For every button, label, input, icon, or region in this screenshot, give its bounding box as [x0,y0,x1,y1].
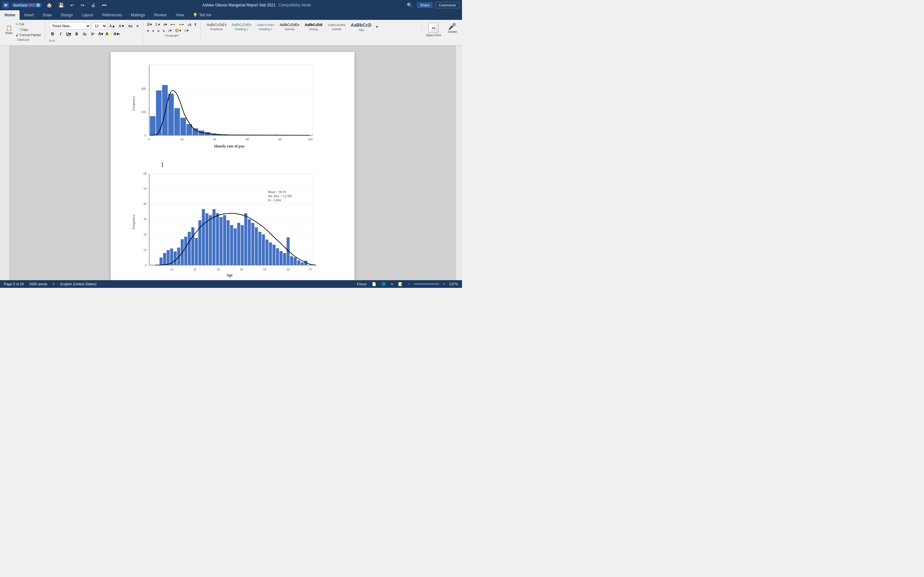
undo-btn[interactable]: ↩ [68,2,76,8]
multilevel-button[interactable]: ≡▾ [162,22,168,27]
copy-button[interactable]: 📄 Copy [15,27,42,32]
zoom-slider[interactable] [414,284,439,285]
comments-button[interactable]: Comments [435,2,459,8]
print-btn[interactable]: 🖨 [89,2,97,8]
search-btn[interactable]: 🔍 [405,2,414,8]
font-color-button[interactable]: A▾ [113,31,120,37]
tab-design[interactable]: Design [56,10,77,20]
styles-pane-button[interactable]: Aa Styles Pane [423,21,444,39]
style-subtitle[interactable]: AaBbCcDdEe Subtitle [325,22,348,32]
document-scroll[interactable]: 0 200 400 Frequency 0 20 40 60 80 100 [10,45,456,280]
autosave-toggle[interactable]: AutoSave OFF [11,3,42,7]
more-btn[interactable]: ••• [100,2,108,8]
svg-rect-56 [163,253,166,265]
style-title[interactable]: AaBbCcD Title [349,21,374,33]
superscript-button[interactable]: X² [89,31,96,37]
bullets-button[interactable]: ☰▾ [145,22,153,27]
cut-button[interactable]: ✂ Cut [15,22,42,27]
font-family-select[interactable]: Times New... [49,23,91,29]
style-strong[interactable]: AaBbCcDdl Strong [302,22,325,32]
zoom-in-btn[interactable]: + [442,282,446,286]
svg-rect-57 [166,250,170,265]
tab-tell-me[interactable]: 💡Tell me [188,10,216,20]
paste-button[interactable]: 📋 Paste [4,24,14,35]
svg-text:Frequency: Frequency [132,95,136,111]
change-case-btn[interactable]: Aa [127,23,134,29]
style-emphasis[interactable]: AaBbCcDdEe Emphasis [204,22,229,32]
word-count: 1606 words [29,282,47,286]
svg-text:80: 80 [278,137,282,141]
save-btn[interactable]: 💾 [57,2,66,8]
sort-button[interactable]: ↕A [186,22,192,27]
style-normal[interactable]: AaBbCcDdEe Normal [278,22,302,32]
svg-rect-73 [223,215,226,265]
increase-font-btn[interactable]: A▲ [108,23,116,29]
show-hide-button[interactable]: ¶ [193,22,198,27]
style-heading2[interactable]: AaBbCcDdEe Heading 2 [254,22,277,32]
align-left-button[interactable]: ≡ [145,28,150,33]
decrease-font-btn[interactable]: A▼ [118,23,126,29]
tab-draw[interactable]: Draw [38,10,56,20]
increase-indent-button[interactable]: ⟶ [178,22,185,27]
svg-rect-95 [300,262,304,265]
decrease-indent-button[interactable]: ⟵ [169,22,177,27]
share-button[interactable]: Share [417,2,433,8]
tab-insert[interactable]: Insert [19,10,38,20]
strikethrough-button[interactable]: S [73,31,80,37]
bold-button[interactable]: B [49,31,56,37]
svg-rect-74 [226,220,230,265]
svg-text:20: 20 [180,137,184,141]
tab-home[interactable]: Home [0,10,19,20]
document-page: 0 200 400 Frequency 0 20 40 60 80 100 [111,52,355,280]
spell-check-icon[interactable]: ✓ [52,282,55,286]
underline-button[interactable]: U▾ [65,31,72,37]
svg-rect-94 [297,260,300,265]
focus-button[interactable]: Focus [356,282,368,286]
title-bar: W AutoSave OFF 🏠 💾 ↩ ↪ 🖨 ••• Ashlee Gibs… [0,0,462,10]
print-layout-btn[interactable]: 📄 [371,282,378,287]
zoom-out-btn[interactable]: − [407,282,411,286]
svg-rect-88 [276,248,279,265]
tab-review[interactable]: Review [150,10,171,20]
svg-text:50: 50 [144,187,147,190]
tab-mailings[interactable]: Mailings [126,10,150,20]
tab-references[interactable]: References [98,10,126,20]
subscript-button[interactable]: X₂ [81,31,88,37]
home-btn[interactable]: 🏠 [45,2,54,8]
clear-format-btn[interactable]: ✕ [135,23,140,29]
svg-rect-77 [237,223,240,265]
tab-layout[interactable]: Layout [78,10,98,20]
svg-rect-87 [272,245,276,265]
redo-btn[interactable]: ↪ [79,2,86,8]
web-layout-btn[interactable]: 🌐 [380,282,387,287]
svg-rect-79 [244,213,247,265]
styles-gallery-arrow[interactable]: ▼ [375,24,380,30]
text-effects-button[interactable]: A▾ [97,31,104,37]
align-right-button[interactable]: ≡ [156,28,161,33]
paragraph-group: ☰▾ 1.▾ ≡▾ ⟵ ⟶ ↕A ¶ ≡ ≡ ≡ ≡ ↕▾ 🎨▾ □▾ Para… [144,21,200,38]
svg-rect-76 [234,228,237,265]
dictate-button[interactable]: 🎤 Dictate [445,21,459,35]
style-heading1[interactable]: AaBbCcDdEe Heading 1 [229,22,254,32]
italic-button[interactable]: I [57,31,64,37]
cursor-line [162,162,163,167]
text-highlight-button[interactable]: A [105,31,112,37]
svg-text:Hourly rate of pay: Hourly rate of pay [214,144,245,148]
borders-button[interactable]: □▾ [183,28,190,33]
svg-rect-15 [150,116,156,135]
format-painter-button[interactable]: 🖌 Format Painter [15,33,42,37]
draft-btn[interactable]: 📝 [397,282,404,287]
svg-text:70: 70 [309,268,312,271]
line-spacing-button[interactable]: ↕▾ [167,28,173,33]
numbering-button[interactable]: 1.▾ [154,22,162,27]
shading-button[interactable]: 🎨▾ [174,28,183,33]
svg-text:0: 0 [144,134,146,137]
svg-text:Frequency: Frequency [132,214,136,229]
svg-text:20: 20 [144,233,147,236]
justify-button[interactable]: ≡ [162,28,166,33]
font-size-select[interactable]: 12 [92,23,107,29]
outline-btn[interactable]: ≡ [390,282,394,286]
document-area: 0 200 400 Frequency 0 20 40 60 80 100 [0,45,462,280]
tab-view[interactable]: View [171,10,189,20]
align-center-button[interactable]: ≡ [151,28,155,33]
